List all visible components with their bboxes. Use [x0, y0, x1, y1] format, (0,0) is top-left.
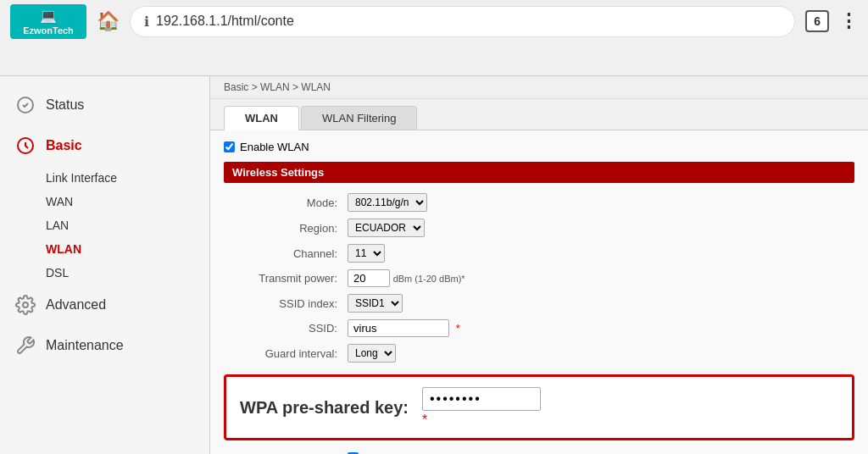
maintenance-label: Maintenance: [46, 338, 124, 353]
ssid-input[interactable]: [348, 319, 449, 337]
ssid-label: SSID:: [224, 316, 342, 340]
enable-wlan-row: Enable WLAN: [224, 141, 854, 153]
guard-interval-row: Guard interval: Long: [224, 340, 854, 366]
enable-wlan-label: Enable WLAN: [240, 141, 309, 153]
status-label: Status: [46, 97, 84, 113]
sidebar: Status Basic Link Interface WAN LAN WLAN…: [0, 76, 210, 454]
ssid-required-star: *: [456, 322, 460, 335]
ssid-row: SSID: *: [224, 316, 854, 340]
main-area: Status Basic Link Interface WAN LAN WLAN…: [0, 76, 868, 454]
wpa-input-wrap: *: [422, 387, 541, 428]
guard-interval-select[interactable]: Long: [348, 344, 396, 363]
region-row: Region: ECUADOR: [224, 215, 854, 241]
mode-row: Mode: 802.11b/g/n: [224, 190, 854, 215]
channel-row: Channel: 11: [224, 241, 854, 266]
more-menu-icon[interactable]: ⋮: [839, 10, 858, 32]
wpa-input[interactable]: [422, 387, 541, 411]
mode-label: Mode:: [224, 190, 342, 215]
home-icon[interactable]: 🏠: [97, 10, 120, 32]
wireless-settings-table: Mode: 802.11b/g/n Region: ECUADOR: [224, 190, 854, 366]
sidebar-sub-menu: Link Interface WAN LAN WLAN DSL: [0, 166, 209, 285]
basic-icon: [14, 134, 37, 158]
sidebar-item-status[interactable]: Status: [0, 85, 209, 125]
transmit-power-unit: dBm (1-20 dBm)*: [393, 274, 465, 284]
ezwon-logo: 💻 EzwonTech: [10, 4, 86, 39]
ssid-index-row: SSID index: SSID1: [224, 291, 854, 316]
sidebar-item-maintenance[interactable]: Maintenance: [0, 325, 209, 366]
sidebar-item-advanced[interactable]: Advanced: [0, 285, 209, 325]
transmit-power-row: Transmit power: dBm (1-20 dBm)*: [224, 266, 854, 291]
url-text: 192.168.1.1/html/conte: [156, 14, 294, 29]
browser-chrome: 💻 EzwonTech 🏠 ℹ 192.168.1.1/html/conte 6…: [0, 0, 868, 76]
info-icon: ℹ: [144, 14, 149, 30]
browser-nav: 🏠 ℹ 192.168.1.1/html/conte 6 ⋮: [97, 6, 858, 37]
channel-select[interactable]: 11: [348, 244, 385, 263]
tab-wlan-filtering[interactable]: WLAN Filtering: [301, 106, 417, 130]
wpa-label: WPA pre-shared key:: [240, 398, 409, 418]
wireless-settings-header: Wireless Settings: [224, 162, 854, 183]
guard-interval-label: Guard interval:: [224, 340, 342, 366]
region-select[interactable]: ECUADOR: [348, 219, 425, 237]
sidebar-sub-wan[interactable]: WAN: [46, 190, 209, 213]
sidebar-sub-dsl[interactable]: DSL: [46, 261, 209, 285]
enable-wlan-checkbox[interactable]: [224, 141, 235, 152]
tabs-bar: WLAN WLAN Filtering: [210, 99, 868, 130]
advanced-icon: [14, 293, 37, 317]
ssid-index-label: SSID index:: [224, 291, 342, 316]
maintenance-icon: [14, 334, 37, 357]
sidebar-sub-lan[interactable]: LAN: [46, 213, 209, 237]
sidebar-sub-wlan[interactable]: WLAN: [46, 237, 209, 261]
svg-point-2: [23, 302, 28, 307]
tab-wlan[interactable]: WLAN: [224, 106, 299, 130]
wps-row: WPS: Enable: [224, 449, 854, 454]
content-area: Basic > WLAN > WLAN WLAN WLAN Filtering …: [210, 76, 868, 454]
wpa-highlight-box: WPA pre-shared key: *: [224, 374, 854, 440]
transmit-power-label: Transmit power:: [224, 266, 342, 291]
channel-label: Channel:: [224, 241, 342, 266]
mode-select[interactable]: 802.11b/g/n: [348, 193, 427, 212]
breadcrumb: Basic > WLAN > WLAN: [210, 76, 868, 99]
transmit-power-input[interactable]: [348, 269, 390, 287]
wpa-required-star: *: [422, 412, 427, 428]
sidebar-sub-link-interface[interactable]: Link Interface: [46, 166, 209, 190]
status-icon: [14, 93, 37, 117]
laptop-icon: 💻: [40, 8, 57, 24]
basic-label: Basic: [46, 138, 82, 153]
tab-count[interactable]: 6: [805, 10, 829, 32]
ssid-index-select[interactable]: SSID1: [348, 294, 403, 313]
form-area: Enable WLAN Wireless Settings Mode: 802.…: [210, 130, 868, 454]
logo-text: EzwonTech: [23, 25, 74, 36]
address-bar[interactable]: ℹ 192.168.1.1/html/conte: [130, 6, 795, 37]
sidebar-item-basic[interactable]: Basic: [0, 125, 209, 166]
region-label: Region:: [224, 215, 342, 241]
advanced-label: Advanced: [46, 297, 106, 313]
